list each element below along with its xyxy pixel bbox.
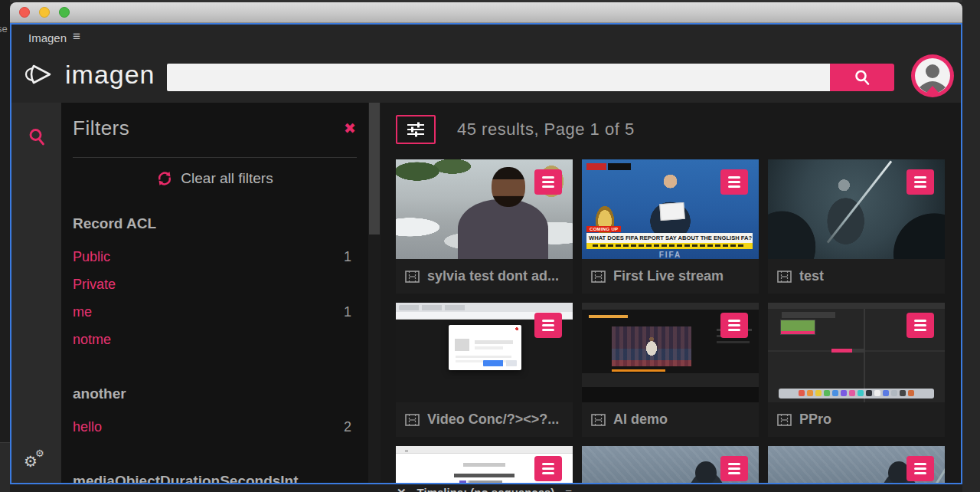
media-card[interactable]: COMING UP WHAT DOES FIFA REPORT SAY ABOU… [582, 159, 759, 294]
thumbnail-art [396, 446, 573, 484]
background-window-panel-edge [0, 442, 10, 492]
card-menu-button[interactable] [534, 169, 562, 195]
thumbnail-art [768, 159, 945, 259]
search-button[interactable] [830, 64, 894, 91]
card-title: Video Conc/?><>?... [427, 412, 559, 428]
imagen-logo-icon [22, 57, 57, 92]
app-body: ⚙ ⚙ Filters ✖ Clear all filters Record A… [11, 103, 961, 483]
timeline-close-icon[interactable]: ✕ [397, 485, 407, 492]
media-card[interactable]: Video Conc/?><>?... [396, 303, 573, 437]
filter-item-public[interactable]: Public 1 [73, 249, 351, 265]
card-caption: test [768, 259, 945, 294]
card-menu-button[interactable] [906, 313, 934, 338]
imagen-panel: Imagen ≡ imagen [10, 23, 962, 484]
filter-section-heading: another [73, 385, 126, 402]
thumbnail-overlay-text: COMING UP [586, 226, 621, 232]
desktop-left-strip: se [0, 0, 10, 492]
filter-item-notme[interactable]: notme [73, 332, 351, 348]
search-icon [853, 68, 871, 87]
card-title: First Live stream [613, 268, 724, 284]
minimize-window-button[interactable] [39, 7, 50, 18]
results-content: 45 results, Page 1 of 5 sylvia test dont [381, 103, 961, 483]
thumbnail-art [768, 303, 945, 402]
card-caption: Video Conc/?><>?... [396, 402, 573, 437]
clear-all-filters-label: Clear all filters [181, 170, 273, 187]
card-menu-button[interactable] [720, 169, 748, 195]
thumbnail-art: COMING UP WHAT DOES FIFA REPORT SAY ABOU… [582, 159, 759, 259]
card-menu-button[interactable] [534, 456, 562, 481]
panel-tab-title[interactable]: Imagen [28, 31, 67, 44]
filmstrip-icon [777, 271, 792, 283]
card-title: AI demo [613, 412, 668, 428]
card-menu-button[interactable] [534, 313, 562, 338]
scrollbar-thumb[interactable] [369, 103, 380, 235]
card-caption: First Live stream [582, 259, 759, 294]
clear-all-filters-button[interactable]: Clear all filters [61, 170, 368, 187]
filter-count: 2 [344, 419, 351, 435]
user-avatar[interactable] [910, 54, 955, 98]
window-titlebar [10, 2, 962, 23]
filmstrip-icon [405, 414, 420, 426]
card-caption: sylvia test dont ad... [396, 259, 573, 294]
timeline-panel-strip: ✕ Timeline: (no sequences) ≡ [10, 484, 962, 492]
search-icon [28, 127, 46, 147]
media-card[interactable]: PPro [768, 303, 945, 437]
thumbnail-art [396, 159, 573, 259]
card-menu-button[interactable] [906, 456, 934, 481]
filter-count: 1 [344, 249, 351, 265]
close-window-button[interactable] [19, 7, 30, 18]
thumbnail-art [582, 303, 759, 402]
filmstrip-icon [405, 271, 420, 283]
card-caption: AI demo [582, 402, 759, 437]
media-card[interactable] [396, 446, 573, 484]
card-menu-button[interactable] [720, 313, 748, 338]
desktop-right-strip [962, 0, 980, 492]
thumbnail-art [396, 303, 573, 402]
app-header: imagen [11, 49, 961, 103]
thumbnail-overlay-text: FIFA [582, 251, 759, 259]
card-menu-button[interactable] [906, 169, 934, 195]
search-input[interactable] [167, 64, 830, 91]
settings-gears-icon[interactable]: ⚙ ⚙ [24, 451, 50, 472]
logo-text: imagen [65, 60, 155, 90]
filmstrip-icon [591, 414, 606, 426]
card-menu-button[interactable] [720, 456, 748, 481]
media-card[interactable]: test [768, 159, 945, 294]
zoom-window-button[interactable] [59, 7, 70, 18]
filmstrip-icon [777, 414, 792, 426]
toggle-filters-button[interactable] [396, 115, 436, 144]
background-window-text: se [0, 23, 8, 34]
refresh-icon [156, 170, 173, 187]
imagen-logo: imagen [22, 57, 155, 92]
thumbnail-overlay-text: WHAT DOES FIFA REPORT SAY ABOUT THE ENGL… [586, 233, 753, 243]
media-card[interactable]: AI demo [582, 303, 759, 437]
filter-sliders-icon [406, 121, 426, 138]
filter-item-hello[interactable]: hello 2 [73, 419, 351, 435]
filter-count: 1 [344, 304, 351, 320]
thumbnail-art [582, 446, 759, 484]
media-card[interactable]: sylvia test dont ad... [396, 159, 573, 294]
timeline-menu-icon[interactable]: ≡ [565, 485, 572, 492]
filter-item-private[interactable]: Private [73, 277, 351, 293]
card-title: PPro [799, 412, 831, 428]
media-card[interactable] [582, 446, 759, 484]
card-title: test [799, 268, 824, 284]
card-caption: PPro [768, 402, 945, 437]
filter-section-heading-clipped: mediaObjectDurationSecondsInt [73, 473, 299, 483]
filters-panel: Filters ✖ Clear all filters Record ACL P… [61, 103, 368, 483]
thumbnail-art [768, 446, 945, 484]
filters-scrollbar[interactable] [368, 103, 381, 483]
filter-item-me[interactable]: me 1 [73, 304, 351, 320]
timeline-panel-label: Timeline: (no sequences) [417, 485, 555, 492]
panel-tab-bar: Imagen ≡ [11, 25, 961, 49]
panel-menu-icon[interactable]: ≡ [73, 29, 80, 44]
user-avatar-icon [910, 54, 955, 98]
close-filters-icon[interactable]: ✖ [344, 120, 356, 136]
media-card[interactable] [768, 446, 945, 484]
filter-section-heading: Record ACL [73, 215, 156, 232]
icon-rail: ⚙ ⚙ [11, 103, 61, 483]
filters-title: Filters [73, 116, 129, 140]
rail-search-item[interactable] [28, 127, 46, 147]
card-title: sylvia test dont ad... [427, 268, 559, 284]
results-summary: 45 results, Page 1 of 5 [457, 120, 635, 139]
